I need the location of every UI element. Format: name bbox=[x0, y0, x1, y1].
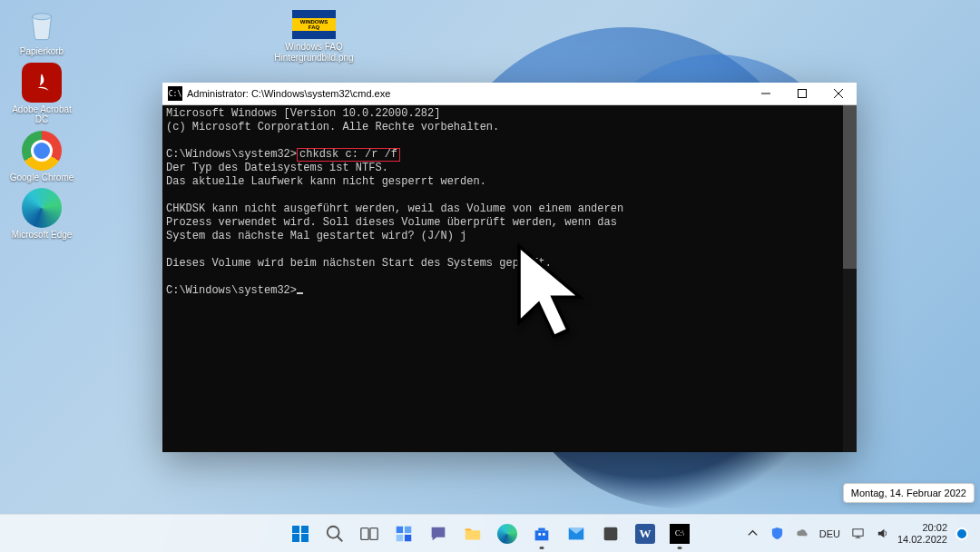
svg-rect-12 bbox=[604, 527, 618, 540]
desktop-icon-label: Adobe Acrobat DC bbox=[7, 104, 76, 125]
svg-rect-5 bbox=[397, 526, 403, 532]
task-view-icon bbox=[359, 524, 379, 544]
app-button[interactable] bbox=[594, 518, 627, 550]
edge-icon bbox=[22, 188, 62, 228]
mail-icon bbox=[566, 524, 586, 544]
file-thumbnail: WINDOWS FAQ bbox=[292, 10, 336, 39]
word-icon: W bbox=[635, 524, 655, 544]
tray-clock[interactable]: 20:02 14.02.2022 bbox=[897, 522, 947, 545]
svg-rect-9 bbox=[538, 533, 541, 536]
tray-volume[interactable] bbox=[873, 518, 892, 550]
svg-rect-1 bbox=[799, 90, 807, 98]
console-output[interactable]: Microsoft Windows [Version 10.0.22000.28… bbox=[162, 105, 857, 452]
chrome-icon bbox=[22, 131, 62, 171]
desktop-icon-label: Microsoft Edge bbox=[7, 230, 76, 241]
cmd-taskbar-icon: C:\ bbox=[670, 524, 690, 544]
speaker-icon bbox=[876, 527, 889, 540]
clock-date: 14.02.2022 bbox=[897, 534, 947, 546]
desktop-icon-recycle-bin[interactable]: Papierkorb bbox=[7, 5, 76, 57]
highlighted-command: chkdsk c: /r /f bbox=[297, 148, 400, 162]
notification-badge-icon bbox=[956, 527, 968, 540]
svg-rect-10 bbox=[543, 533, 545, 536]
widgets-icon bbox=[394, 524, 414, 544]
system-tray: DEU 20:02 14.02.2022 bbox=[743, 518, 980, 550]
tray-chevron[interactable] bbox=[743, 518, 762, 550]
chat-icon bbox=[428, 524, 448, 544]
desktop-icon-label: Papierkorb bbox=[7, 46, 76, 57]
cloud-icon bbox=[795, 527, 808, 540]
maximize-button[interactable] bbox=[784, 83, 820, 105]
folder-icon bbox=[463, 524, 483, 544]
edge-button[interactable] bbox=[491, 518, 524, 550]
store-icon bbox=[532, 524, 552, 544]
svg-rect-3 bbox=[361, 527, 368, 539]
tray-security[interactable] bbox=[768, 518, 787, 550]
taskbar[interactable]: W C:\ DEU 20:02 14.02.2022 bbox=[0, 514, 980, 552]
store-button[interactable] bbox=[525, 518, 558, 550]
svg-point-2 bbox=[328, 526, 339, 537]
chevron-up-icon bbox=[746, 527, 760, 540]
window-title: Administrator: C:\Windows\system32\cmd.e… bbox=[187, 88, 748, 99]
start-button[interactable] bbox=[284, 518, 317, 550]
network-icon bbox=[851, 527, 865, 540]
cmd-window[interactable]: C:\ Administrator: C:\Windows\system32\c… bbox=[162, 83, 857, 452]
desktop-file-wallpaper-png[interactable]: WINDOWS FAQ Windows FAQ Hintergrundbild.… bbox=[269, 5, 359, 63]
date-tooltip: Montag, 14. Februar 2022 bbox=[843, 483, 975, 503]
minimize-button[interactable] bbox=[748, 83, 784, 105]
desktop-icon-acrobat[interactable]: Adobe Acrobat DC bbox=[7, 63, 76, 125]
tray-onedrive[interactable] bbox=[792, 518, 811, 550]
desktop-icon-edge[interactable]: Microsoft Edge bbox=[7, 188, 76, 241]
svg-rect-8 bbox=[405, 534, 411, 540]
shield-icon bbox=[770, 527, 784, 540]
search-button[interactable] bbox=[318, 518, 351, 550]
cmd-taskbar-button[interactable]: C:\ bbox=[663, 518, 696, 550]
cmd-icon: C:\ bbox=[168, 86, 182, 101]
console-scrollbar[interactable] bbox=[843, 105, 857, 452]
recycle-bin-icon bbox=[22, 5, 62, 44]
desktop-icon-chrome[interactable]: Google Chrome bbox=[7, 131, 76, 183]
svg-rect-6 bbox=[405, 526, 411, 532]
app-icon bbox=[601, 524, 621, 544]
search-icon bbox=[325, 524, 345, 544]
widgets-button[interactable] bbox=[387, 518, 420, 550]
scrollbar-thumb[interactable] bbox=[843, 105, 857, 269]
desktop-icon-label: Google Chrome bbox=[7, 172, 76, 183]
svg-rect-13 bbox=[853, 529, 863, 537]
svg-rect-4 bbox=[370, 527, 377, 539]
word-button[interactable]: W bbox=[629, 518, 662, 550]
tray-language[interactable]: DEU bbox=[817, 518, 843, 550]
window-titlebar[interactable]: C:\ Administrator: C:\Windows\system32\c… bbox=[162, 83, 857, 105]
acrobat-icon bbox=[22, 63, 62, 103]
svg-point-0 bbox=[33, 14, 52, 20]
tray-notifications[interactable] bbox=[953, 518, 971, 550]
svg-rect-7 bbox=[397, 534, 403, 540]
explorer-button[interactable] bbox=[456, 518, 489, 550]
task-view-button[interactable] bbox=[353, 518, 386, 550]
clock-time: 20:02 bbox=[897, 522, 947, 534]
windows-logo-icon bbox=[292, 526, 309, 542]
chat-button[interactable] bbox=[422, 518, 455, 550]
text-cursor bbox=[297, 292, 303, 294]
tray-network[interactable] bbox=[848, 518, 867, 550]
desktop-file-label: Windows FAQ Hintergrundbild.png bbox=[269, 42, 359, 63]
close-button[interactable] bbox=[820, 83, 857, 105]
mail-button[interactable] bbox=[560, 518, 593, 550]
edge-icon bbox=[497, 524, 517, 544]
